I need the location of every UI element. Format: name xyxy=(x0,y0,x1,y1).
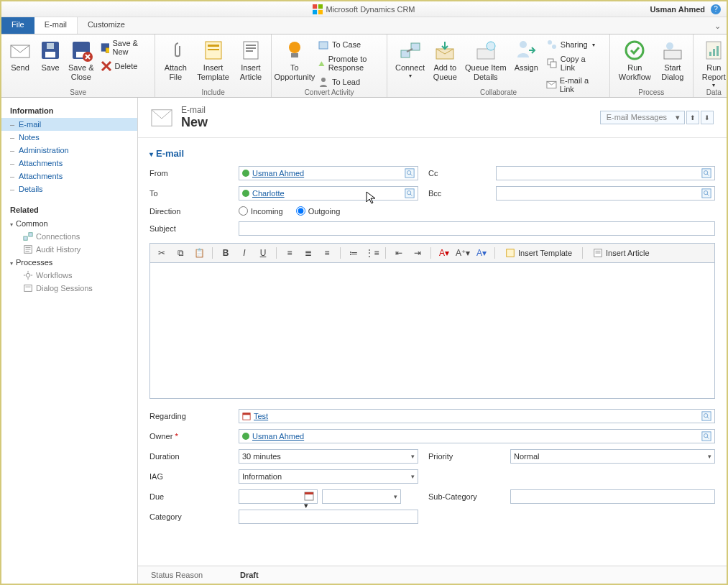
editor-insert-template[interactable]: Insert Template xyxy=(501,247,576,259)
save-button[interactable]: Save xyxy=(36,37,65,74)
promote-response-button[interactable]: Promote to Response xyxy=(315,53,382,73)
queue-item-details-button[interactable]: Queue Item Details xyxy=(462,37,510,83)
nav-common[interactable]: Common xyxy=(1,217,137,230)
lookup-icon[interactable] xyxy=(700,430,713,443)
underline-icon[interactable]: U xyxy=(256,246,270,260)
nav-workflows[interactable]: Workflows xyxy=(1,269,137,282)
svg-rect-35 xyxy=(709,52,711,56)
nav-email[interactable]: E-mail xyxy=(1,118,137,131)
nav-connections[interactable]: Connections xyxy=(1,230,137,243)
font-size-icon[interactable]: A⁺▾ xyxy=(456,246,470,260)
due-date-input[interactable]: ▾ xyxy=(239,489,318,504)
collapse-ribbon-icon[interactable]: ⌄ xyxy=(714,22,721,31)
font-family-icon[interactable]: A▾ xyxy=(474,246,489,260)
ribbon-group-data: Run Report▾ Data xyxy=(694,34,728,97)
to-lead-button[interactable]: To Lead xyxy=(315,75,382,89)
run-report-button[interactable]: Run Report▾ xyxy=(698,37,728,90)
to-value[interactable]: Charlotte xyxy=(252,189,403,198)
lookup-icon[interactable] xyxy=(700,167,713,180)
duration-select[interactable]: 30 minutes xyxy=(239,449,418,464)
nav-attachments-1[interactable]: Attachments xyxy=(1,157,137,170)
lookup-icon[interactable] xyxy=(700,410,713,423)
copy-link-button[interactable]: Copy a Link xyxy=(543,53,605,73)
lookup-icon[interactable] xyxy=(403,167,416,180)
due-time-input[interactable] xyxy=(322,489,401,504)
from-value[interactable]: Usman Ahmed xyxy=(252,169,403,178)
help-icon[interactable]: ? xyxy=(711,4,721,14)
nav-dialog-sessions[interactable]: Dialog Sessions xyxy=(1,282,137,295)
from-field[interactable]: Usman Ahmed xyxy=(239,166,418,180)
indent-icon[interactable]: ⇥ xyxy=(410,246,425,260)
subcategory-input[interactable] xyxy=(510,489,715,504)
svg-rect-51 xyxy=(702,189,711,198)
presence-icon xyxy=(242,433,249,440)
svg-rect-15 xyxy=(246,50,253,52)
outdent-icon[interactable]: ⇤ xyxy=(392,246,406,260)
run-workflow-button[interactable]: Run Workflow xyxy=(614,37,655,83)
direction-incoming[interactable]: Incoming xyxy=(239,206,283,216)
priority-select[interactable]: Normal xyxy=(510,449,715,464)
file-tab[interactable]: File xyxy=(1,17,34,34)
sharing-button[interactable]: Sharing▾ xyxy=(543,37,605,52)
save-close-button[interactable]: Save & Close xyxy=(66,37,96,83)
nav-down-button[interactable]: ⬇ xyxy=(701,111,714,124)
owner-field[interactable]: Usman Ahmed xyxy=(239,429,715,443)
align-right-icon[interactable]: ≡ xyxy=(320,246,334,260)
ribbon-group-include: Attach File Insert Template Insert Artic… xyxy=(155,34,272,97)
main-content: E-mail New E-mail Messages ⬆ ⬇ E-mail Fr… xyxy=(138,98,727,584)
align-left-icon[interactable]: ≡ xyxy=(282,246,297,260)
to-case-button[interactable]: To Case xyxy=(315,37,382,52)
iag-select[interactable]: Information xyxy=(239,469,418,484)
owner-label: Owner xyxy=(149,432,229,441)
tab-customize[interactable]: Customize xyxy=(78,17,135,34)
lookup-icon[interactable] xyxy=(700,187,713,200)
bullet-list-icon[interactable]: ⋮≡ xyxy=(365,246,379,260)
numbered-list-icon[interactable]: ≔ xyxy=(346,246,361,260)
assign-button[interactable]: Assign xyxy=(511,37,542,74)
attach-file-button[interactable]: Attach File xyxy=(160,37,191,83)
editor-insert-article[interactable]: Insert Article xyxy=(589,247,654,259)
regarding-value[interactable]: Test xyxy=(254,412,700,420)
nav-audit-history[interactable]: Audit History xyxy=(1,243,137,256)
cut-icon[interactable]: ✂ xyxy=(155,246,169,260)
italic-icon[interactable]: I xyxy=(237,246,252,260)
copy-icon[interactable]: ⧉ xyxy=(173,246,188,260)
category-input[interactable] xyxy=(239,510,418,524)
to-opportunity-button[interactable]: To Opportunity xyxy=(276,37,313,83)
delete-button[interactable]: Delete xyxy=(98,59,151,73)
form-selector[interactable]: E-mail Messages xyxy=(600,111,685,124)
direction-outgoing[interactable]: Outgoing xyxy=(296,206,341,216)
connect-button[interactable]: Connect▾ xyxy=(392,37,428,80)
lookup-icon[interactable] xyxy=(403,187,416,200)
align-center-icon[interactable]: ≣ xyxy=(301,246,315,260)
save-new-button[interactable]: Save & New xyxy=(98,37,151,57)
insert-template-button[interactable]: Insert Template xyxy=(193,37,234,83)
send-button[interactable]: Send xyxy=(6,37,34,74)
to-field[interactable]: Charlotte xyxy=(239,186,418,201)
start-dialog-button[interactable]: Start Dialog xyxy=(657,37,688,83)
cc-field[interactable] xyxy=(496,166,715,180)
regarding-label: Regarding xyxy=(149,412,229,420)
email-body-editor[interactable] xyxy=(149,262,715,399)
nav-processes[interactable]: Processes xyxy=(1,256,137,269)
calendar-picker-icon[interactable]: ▾ xyxy=(304,491,315,502)
font-color-icon[interactable]: A▾ xyxy=(437,246,451,260)
paste-icon[interactable]: 📋 xyxy=(192,246,206,260)
add-to-queue-button[interactable]: Add to Queue xyxy=(430,37,461,83)
bold-icon[interactable]: B xyxy=(218,246,233,260)
svg-rect-11 xyxy=(208,49,219,50)
nav-administration[interactable]: Administration xyxy=(1,144,137,157)
insert-article-button[interactable]: Insert Article xyxy=(235,37,267,83)
nav-notes[interactable]: Notes xyxy=(1,131,137,144)
nav-up-button[interactable]: ⬆ xyxy=(686,111,699,124)
bcc-field[interactable] xyxy=(496,186,715,201)
calendar-icon xyxy=(242,412,251,420)
nav-details[interactable]: Details xyxy=(1,183,137,195)
owner-value[interactable]: Usman Ahmed xyxy=(252,432,700,441)
regarding-field[interactable]: Test xyxy=(239,409,715,423)
nav-attachments-2[interactable]: Attachments xyxy=(1,170,137,183)
section-email-header[interactable]: E-mail xyxy=(149,145,715,162)
subject-input[interactable] xyxy=(239,221,715,236)
svg-rect-17 xyxy=(291,53,298,57)
tab-email[interactable]: E-mail xyxy=(34,17,78,34)
